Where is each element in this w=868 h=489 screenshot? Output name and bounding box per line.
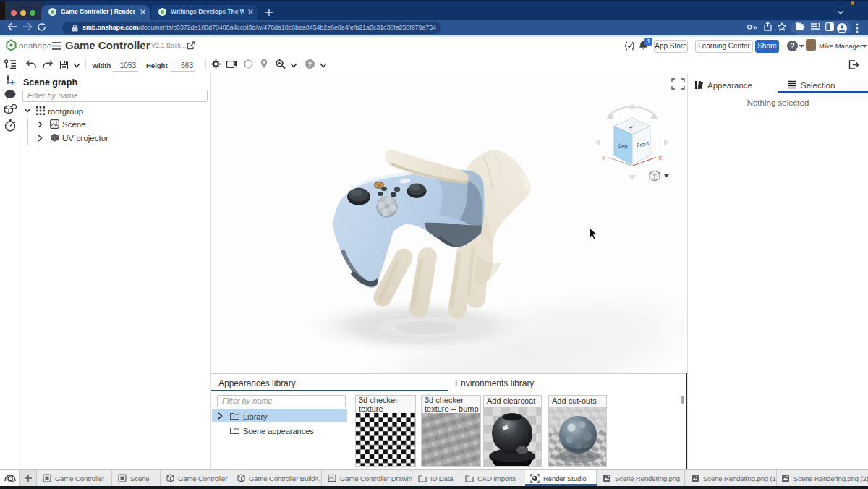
svg-text:X: X <box>658 155 663 161</box>
svg-text:Y: Y <box>602 155 606 161</box>
